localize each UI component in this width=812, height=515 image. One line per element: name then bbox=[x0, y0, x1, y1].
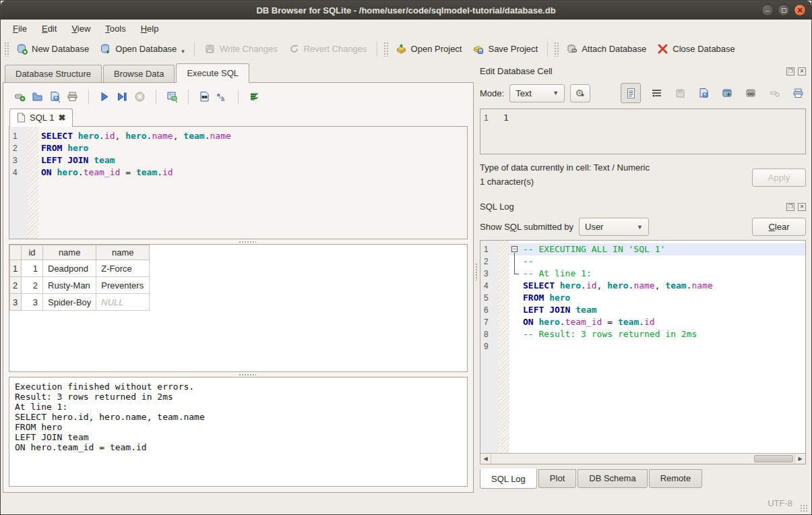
cell-team-name-null[interactable]: NULL bbox=[96, 294, 150, 311]
close-sql-tab-icon[interactable]: ✖ bbox=[58, 113, 65, 123]
tab-execute-sql[interactable]: Execute SQL bbox=[176, 63, 249, 83]
close-panel-icon[interactable]: ✕ bbox=[798, 203, 806, 211]
log-line[interactable]: SELECT hero.id, hero.name, team.name bbox=[509, 280, 805, 292]
cell-id[interactable]: 1 bbox=[22, 260, 43, 277]
menu-file[interactable]: File bbox=[6, 22, 34, 36]
cell-value[interactable]: 1 bbox=[501, 112, 805, 124]
dock-tab-db-schema[interactable]: DB Schema bbox=[577, 469, 647, 488]
clear-log-button[interactable]: Clear bbox=[752, 218, 806, 236]
open-database-button[interactable]: Open Database ▾ bbox=[94, 40, 190, 57]
scrollbar-thumb[interactable] bbox=[754, 455, 793, 462]
sql-editor-line[interactable]: SELECT hero.id, hero.name, team.name bbox=[38, 130, 467, 142]
open-project-button[interactable]: Open Project bbox=[390, 40, 468, 57]
submitted-by-select[interactable]: User▼ bbox=[579, 218, 649, 236]
log-horizontal-scrollbar[interactable]: ◀ ▶ bbox=[480, 453, 805, 464]
print-icon[interactable] bbox=[67, 91, 78, 102]
copy-link-button[interactable] bbox=[743, 85, 759, 101]
log-line[interactable] bbox=[509, 340, 805, 353]
dock-tab-sql-log[interactable]: SQL Log bbox=[480, 468, 537, 489]
mode-select[interactable]: Text▼ bbox=[509, 84, 565, 102]
sql-editor[interactable]: 1SELECT hero.id, hero.name, team.name 2F… bbox=[9, 126, 468, 239]
cell-hero-name[interactable]: Spider-Boy bbox=[43, 294, 96, 311]
scroll-left-icon[interactable]: ◀ bbox=[480, 454, 491, 464]
close-button[interactable]: ✕ bbox=[794, 4, 806, 16]
menu-view[interactable]: View bbox=[65, 22, 97, 36]
import-mode-button[interactable] bbox=[570, 84, 590, 102]
set-null-button[interactable] bbox=[766, 85, 782, 101]
column-header-hero-name[interactable]: name bbox=[43, 245, 96, 260]
log-line[interactable]: FROM hero bbox=[509, 292, 805, 304]
log-line[interactable]: -- EXECUTING ALL IN 'SQL 1' bbox=[509, 243, 805, 255]
sql-toolbar-separator bbox=[188, 90, 189, 104]
mode-label: Mode: bbox=[480, 88, 504, 98]
editor-results-splitter[interactable] bbox=[9, 239, 468, 244]
cell-team-name[interactable]: Preventers bbox=[96, 277, 150, 294]
cell-editor[interactable]: 11 bbox=[480, 109, 806, 154]
find-icon[interactable] bbox=[199, 91, 210, 102]
sql-editor-line[interactable]: FROM hero bbox=[38, 142, 467, 154]
open-sql-file-icon[interactable] bbox=[32, 91, 43, 102]
float-panel-icon[interactable]: ❐ bbox=[786, 203, 794, 211]
column-header-id[interactable]: id bbox=[22, 245, 43, 260]
toolbar-grip[interactable] bbox=[554, 42, 559, 57]
word-wrap-button[interactable] bbox=[648, 85, 664, 101]
close-panel-icon[interactable]: ✕ bbox=[798, 67, 806, 75]
minimize-button[interactable]: ‒ bbox=[761, 4, 774, 16]
sql-editor-line[interactable]: LEFT JOIN team bbox=[38, 154, 467, 166]
format-sql-icon[interactable] bbox=[249, 91, 260, 102]
results-message-splitter[interactable] bbox=[9, 372, 468, 377]
resize-grip[interactable] bbox=[800, 504, 809, 513]
open-in-external-button[interactable] bbox=[719, 85, 735, 101]
toolbar-grip[interactable] bbox=[383, 42, 388, 57]
import-cell-data-button[interactable] bbox=[672, 85, 688, 101]
save-results-icon[interactable] bbox=[166, 91, 178, 102]
tab-browse-data[interactable]: Browse Data bbox=[103, 65, 175, 82]
log-line[interactable]: LEFT JOIN team bbox=[509, 304, 805, 316]
sql-tab[interactable]: SQL 1 ✖ bbox=[9, 109, 73, 127]
panel-splitter[interactable] bbox=[474, 61, 478, 493]
log-line[interactable]: -- At line 1: bbox=[509, 268, 805, 280]
log-line[interactable]: -- bbox=[509, 255, 805, 268]
stop-execution-icon[interactable] bbox=[134, 91, 146, 102]
grid-corner bbox=[10, 245, 22, 260]
cell-id[interactable]: 3 bbox=[22, 294, 43, 311]
cell-team-name[interactable]: Z-Force bbox=[96, 260, 150, 277]
log-line[interactable]: ON hero.team_id = team.id bbox=[509, 316, 805, 328]
log-line[interactable]: -- Result: 3 rows returned in 2ms bbox=[509, 328, 805, 340]
save-project-button[interactable]: Save Project bbox=[467, 40, 543, 57]
scroll-right-icon[interactable]: ▶ bbox=[794, 454, 805, 464]
float-panel-icon[interactable]: ❐ bbox=[786, 67, 794, 75]
write-changes-button[interactable]: Write Changes bbox=[199, 40, 283, 57]
cell-id[interactable]: 2 bbox=[22, 277, 43, 294]
revert-changes-button[interactable]: Revert Changes bbox=[283, 40, 373, 57]
execution-message[interactable]: Execution finished without errors. Resul… bbox=[9, 377, 468, 487]
menu-help[interactable]: Help bbox=[134, 22, 166, 36]
tab-database-structure[interactable]: Database Structure bbox=[5, 65, 102, 82]
cell-hero-name[interactable]: Rusty-Man bbox=[43, 277, 96, 294]
execute-line-icon[interactable] bbox=[117, 91, 128, 102]
open-database-dropdown-icon[interactable]: ▾ bbox=[181, 48, 185, 55]
text-mode-button[interactable] bbox=[621, 83, 641, 103]
maximize-button[interactable] bbox=[778, 4, 790, 16]
cell-hero-name[interactable]: Deadpond bbox=[43, 260, 96, 277]
sql-editor-line[interactable]: ON hero.team_id = team.id bbox=[38, 166, 467, 179]
print-cell-button[interactable] bbox=[790, 85, 806, 101]
toolbar-separator bbox=[547, 42, 548, 57]
export-cell-data-button[interactable] bbox=[695, 85, 712, 101]
auto-complete-icon[interactable]: aa bbox=[216, 91, 228, 102]
dock-tab-plot[interactable]: Plot bbox=[538, 469, 576, 488]
new-sql-tab-icon[interactable] bbox=[14, 91, 26, 102]
sql-log-content[interactable]: 1-- EXECUTING ALL IN 'SQL 1' 2-- 3-- At … bbox=[480, 241, 805, 453]
toolbar-grip[interactable] bbox=[4, 42, 9, 57]
new-database-button[interactable]: New Database bbox=[11, 40, 94, 57]
title-bar[interactable]: DB Browser for SQLite - /home/user/code/… bbox=[1, 1, 811, 20]
menu-edit[interactable]: Edit bbox=[35, 22, 63, 36]
menu-tools[interactable]: Tools bbox=[98, 22, 132, 36]
column-header-team-name[interactable]: name bbox=[96, 245, 150, 260]
execute-all-icon[interactable] bbox=[99, 91, 111, 102]
attach-database-button[interactable]: Attach Database bbox=[561, 40, 652, 57]
close-database-button[interactable]: Close Database bbox=[652, 40, 741, 57]
save-sql-file-icon[interactable] bbox=[49, 91, 61, 102]
apply-button[interactable]: Apply bbox=[752, 169, 806, 187]
dock-tab-remote[interactable]: Remote bbox=[649, 469, 703, 488]
